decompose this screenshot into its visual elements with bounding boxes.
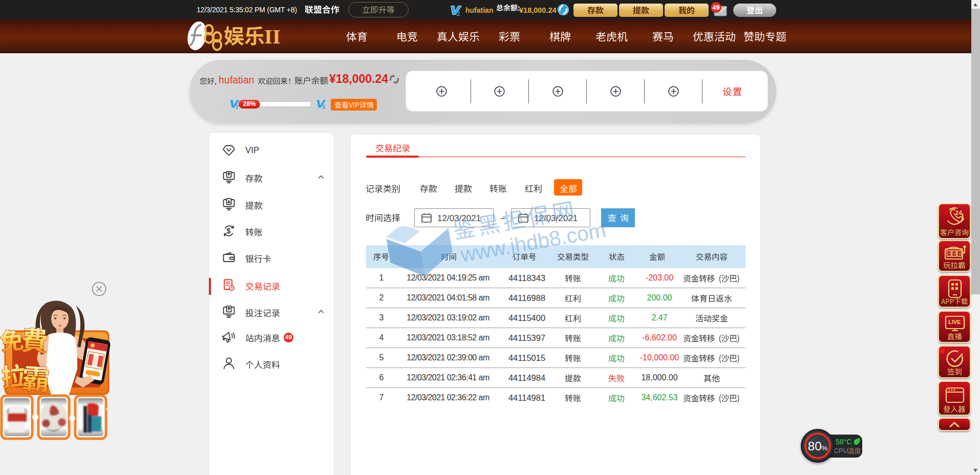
svg-text:3: 3: [322, 104, 325, 110]
svg-text:7: 7: [948, 252, 950, 257]
svg-text:LIVE: LIVE: [948, 319, 961, 325]
svg-text:$: $: [227, 227, 231, 235]
svg-text:24: 24: [955, 209, 963, 217]
svg-text:2: 2: [235, 104, 238, 110]
svg-text:7: 7: [953, 252, 955, 257]
svg-text:7: 7: [958, 252, 961, 257]
svg-text:2: 2: [457, 10, 460, 17]
